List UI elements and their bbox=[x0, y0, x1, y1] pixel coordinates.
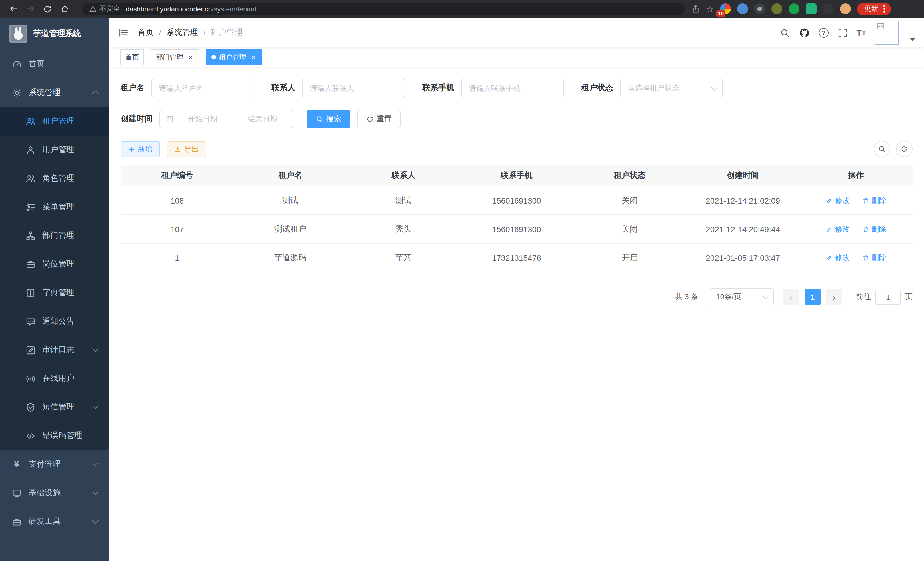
download-icon bbox=[174, 146, 181, 152]
trash-icon bbox=[862, 197, 869, 204]
column-header: 创建时间 bbox=[686, 165, 800, 186]
address-bar[interactable]: 不安全 dashboard.yudao.iocoder.cn/system/te… bbox=[82, 3, 685, 15]
sidebar-item-role[interactable]: 角色管理 bbox=[0, 164, 109, 193]
sidebar-item-label: 部门管理 bbox=[42, 230, 74, 241]
forward-arrow-icon bbox=[26, 4, 35, 14]
sidebar-item-system[interactable]: 系统管理 bbox=[0, 78, 109, 107]
security-warning[interactable]: 不安全 bbox=[89, 4, 120, 14]
refresh-table-button[interactable] bbox=[896, 141, 913, 157]
sidebar-item-home[interactable]: 首页 bbox=[0, 50, 109, 78]
sidebar-item-dict[interactable]: 字典管理 bbox=[0, 278, 109, 307]
browser-actions: ☆ 10 更新 bbox=[692, 3, 891, 15]
breadcrumb-home[interactable]: 首页 bbox=[138, 27, 154, 38]
breadcrumb-system[interactable]: 系统管理 bbox=[166, 27, 198, 38]
status-select[interactable]: 请选择租户状态 bbox=[620, 79, 723, 97]
url-host: dashboard.yudao.iocoder.cn bbox=[126, 5, 212, 13]
toggle-search-button[interactable] bbox=[874, 141, 890, 157]
add-button[interactable]: 新增 bbox=[121, 141, 160, 157]
chevron-down-icon bbox=[92, 346, 99, 352]
export-button-label: 导出 bbox=[184, 144, 199, 154]
tab-home[interactable]: 首页 bbox=[120, 49, 144, 65]
tab-tenant[interactable]: 租户管理 × bbox=[206, 49, 262, 65]
sidebar-item-audit-log[interactable]: 审计日志 bbox=[0, 336, 109, 364]
sidebar-item-tenant[interactable]: 租户管理 bbox=[0, 107, 109, 135]
font-size-button[interactable]: T T bbox=[856, 28, 866, 37]
pencil-icon bbox=[826, 254, 832, 261]
yen-icon: ¥ bbox=[11, 459, 22, 469]
close-icon[interactable]: × bbox=[186, 53, 194, 61]
help-icon[interactable]: ? bbox=[819, 28, 828, 38]
sidebar-item-dept[interactable]: 部门管理 bbox=[0, 221, 109, 250]
delete-link[interactable]: 删除 bbox=[862, 195, 886, 206]
reset-button[interactable]: 重置 bbox=[357, 110, 400, 128]
cell-status: 开启 bbox=[573, 243, 686, 272]
header-search-button[interactable] bbox=[780, 28, 789, 38]
sidebar-collapse-button[interactable] bbox=[118, 27, 129, 38]
sidebar-item-notice[interactable]: 通知公告 bbox=[0, 307, 109, 336]
phone-input[interactable] bbox=[461, 79, 564, 97]
tab-dept[interactable]: 部门管理 × bbox=[151, 49, 200, 65]
home-button[interactable] bbox=[57, 2, 72, 16]
tags-view-bar: 首页 部门管理 × 租户管理 × bbox=[109, 47, 924, 68]
forward-button[interactable] bbox=[23, 2, 38, 16]
export-button[interactable]: 导出 bbox=[167, 141, 206, 157]
extension-icon-dots[interactable]: 10 bbox=[720, 3, 731, 14]
caret-down-icon[interactable] bbox=[910, 38, 915, 41]
notice-chat-icon bbox=[25, 316, 35, 326]
sidebar-item-label: 岗位管理 bbox=[42, 259, 74, 269]
edit-link[interactable]: 修改 bbox=[826, 253, 850, 263]
github-icon bbox=[799, 27, 809, 38]
search-icon bbox=[878, 145, 886, 153]
sidebar-item-sms[interactable]: 短信管理 bbox=[0, 393, 109, 421]
share-icon[interactable] bbox=[692, 5, 700, 13]
sidebar-item-user[interactable]: 用户管理 bbox=[0, 135, 109, 164]
page-size-select[interactable]: 10条/页 bbox=[710, 288, 774, 305]
total-count: 共 3 条 bbox=[675, 292, 698, 302]
pagination: 共 3 条 10条/页 ‹ 1 › 前往 页 bbox=[121, 288, 913, 305]
goto-page-input[interactable] bbox=[875, 289, 901, 305]
delete-link[interactable]: 删除 bbox=[862, 224, 886, 234]
sidebar-item-post[interactable]: 岗位管理 bbox=[0, 250, 109, 278]
extension-icon-chat[interactable] bbox=[806, 3, 817, 14]
tenant-name-input[interactable] bbox=[152, 79, 254, 97]
edit-label: 修改 bbox=[835, 224, 850, 234]
breadcrumb-current: 租户管理 bbox=[211, 27, 243, 38]
delete-link[interactable]: 删除 bbox=[862, 253, 886, 263]
bookmark-star-icon[interactable]: ☆ bbox=[706, 5, 714, 13]
search-button[interactable]: 搜索 bbox=[307, 110, 350, 128]
sidebar-item-menu[interactable]: 菜单管理 bbox=[0, 193, 109, 221]
sidebar-logo[interactable]: 芋道管理系统 bbox=[0, 18, 109, 50]
github-button[interactable] bbox=[799, 27, 809, 38]
sidebar-item-dev-tools[interactable]: 研发工具 bbox=[0, 507, 109, 536]
next-page-button[interactable]: › bbox=[826, 289, 842, 305]
contact-input[interactable] bbox=[302, 79, 405, 97]
fullscreen-button[interactable] bbox=[837, 28, 847, 38]
refresh-button[interactable] bbox=[40, 2, 55, 16]
sidebar-item-infra[interactable]: 基础设施 bbox=[0, 479, 109, 507]
sidebar-item-payment[interactable]: ¥ 支付管理 bbox=[0, 450, 109, 479]
edit-link[interactable]: 修改 bbox=[826, 195, 850, 206]
extension-icon-green[interactable] bbox=[789, 3, 800, 14]
breadcrumb: 首页 / 系统管理 / 租户管理 bbox=[138, 27, 243, 38]
edit-link[interactable]: 修改 bbox=[826, 224, 850, 234]
cell-contact: 秃头 bbox=[347, 215, 460, 243]
sidebar-item-error-code[interactable]: 错误码管理 bbox=[0, 421, 109, 450]
warning-icon bbox=[89, 5, 97, 13]
role-users-icon bbox=[25, 173, 35, 183]
extension-icon-camera[interactable] bbox=[754, 3, 765, 14]
date-range-picker[interactable]: 开始日期 - 结束日期 bbox=[159, 110, 293, 128]
extension-icon-paw[interactable] bbox=[823, 3, 834, 14]
page-number-1[interactable]: 1 bbox=[805, 289, 820, 305]
sidebar-item-online-user[interactable]: 在线用户 bbox=[0, 364, 109, 393]
profile-avatar-icon[interactable] bbox=[840, 3, 851, 14]
prev-page-button[interactable]: ‹ bbox=[783, 289, 799, 305]
browser-update-button[interactable]: 更新 bbox=[857, 3, 891, 15]
kebab-menu-icon bbox=[884, 8, 885, 10]
extension-icon-blue[interactable] bbox=[737, 3, 748, 14]
header-actions: ? T T bbox=[780, 21, 915, 45]
extension-icon-olive[interactable] bbox=[772, 3, 783, 14]
user-avatar[interactable] bbox=[875, 21, 899, 45]
close-icon[interactable]: × bbox=[249, 53, 257, 61]
chevron-down-icon bbox=[92, 460, 99, 467]
back-button[interactable] bbox=[6, 2, 21, 16]
